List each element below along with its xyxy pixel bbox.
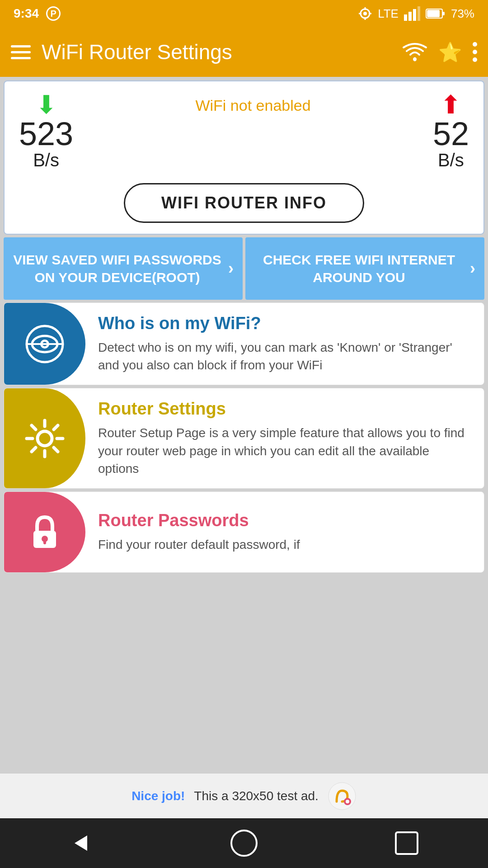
who-on-wifi-icon-area <box>4 303 85 385</box>
who-on-wifi-title: Who is on my WiFi? <box>98 314 471 333</box>
upload-unit: B/s <box>438 150 464 170</box>
recent-apps-button[interactable] <box>386 823 427 863</box>
router-passwords-card[interactable]: Router Passwords Find your router defaul… <box>4 491 484 573</box>
router-passwords-title: Router Passwords <box>98 511 471 530</box>
svg-point-31 <box>328 783 356 810</box>
svg-rect-8 <box>413 9 416 21</box>
view-saved-wifi-button[interactable]: VIEW SAVED WIFI PASSWORDS ON YOUR DEVICE… <box>4 237 243 300</box>
blue-buttons-row: VIEW SAVED WIFI PASSWORDS ON YOUR DEVICE… <box>4 237 484 300</box>
gps-icon <box>358 6 372 21</box>
parking-icon: P <box>46 6 61 21</box>
more-icon[interactable] <box>473 42 477 62</box>
svg-point-19 <box>38 431 52 446</box>
home-button[interactable] <box>224 823 264 863</box>
svg-line-24 <box>32 425 36 429</box>
svg-point-1 <box>363 12 367 15</box>
bottom-nav <box>0 818 488 868</box>
lock-icon <box>24 512 65 552</box>
svg-rect-6 <box>404 14 407 21</box>
status-left: 9:34 P <box>14 6 61 21</box>
ad-nice-job: Nice job! <box>131 789 185 803</box>
router-passwords-desc: Find your router default password, if <box>98 536 471 553</box>
svg-rect-9 <box>418 6 420 21</box>
upload-col: ⬆ 52 B/s <box>433 92 469 170</box>
svg-point-13 <box>413 57 417 61</box>
speed-row: ⬇ 523 B/s WiFi not enabled ⬆ 52 B/s <box>19 92 469 170</box>
svg-rect-11 <box>442 12 445 15</box>
router-settings-icon-area <box>4 388 85 488</box>
check-free-wifi-label: CHECK FREE WIFI INTERNET AROUND YOU <box>254 251 464 286</box>
ad-logo-icon <box>328 782 357 811</box>
download-arrow-icon: ⬇ <box>36 92 57 118</box>
router-settings-card[interactable]: Router Settings Router Setup Page is a v… <box>4 388 484 489</box>
back-button[interactable] <box>61 823 102 863</box>
who-on-wifi-text: Who is on my WiFi? Detect who is on my w… <box>85 303 484 385</box>
download-unit: B/s <box>33 150 59 170</box>
star-icon[interactable]: ⭐ <box>438 41 462 63</box>
svg-line-25 <box>54 448 58 452</box>
battery-icon <box>426 7 446 20</box>
upload-arrow-icon: ⬆ <box>440 92 461 118</box>
chevron-right-icon-1: › <box>228 258 234 279</box>
eye-icon <box>24 324 65 364</box>
speed-card: ⬇ 523 B/s WiFi not enabled ⬆ 52 B/s WIFI… <box>4 80 484 235</box>
gear-icon <box>24 418 65 459</box>
download-speed: 523 <box>19 118 73 150</box>
time-display: 9:34 <box>14 6 39 21</box>
upload-speed: 52 <box>433 118 469 150</box>
view-saved-wifi-label: VIEW SAVED WIFI PASSWORDS ON YOUR DEVICE… <box>13 251 222 286</box>
download-col: ⬇ 523 B/s <box>19 92 73 170</box>
svg-line-26 <box>54 425 58 429</box>
hamburger-icon[interactable] <box>11 45 31 59</box>
svg-marker-34 <box>75 835 87 851</box>
battery-level: 73% <box>451 7 474 21</box>
router-settings-title: Router Settings <box>98 399 471 419</box>
app-bar-title: WiFi Router Settings <box>42 40 391 64</box>
main-content: ⬇ 523 B/s WiFi not enabled ⬆ 52 B/s WIFI… <box>0 77 488 773</box>
svg-line-27 <box>32 448 36 452</box>
signal-icon <box>404 6 420 21</box>
status-bar: 9:34 P LTE 73% <box>0 0 488 27</box>
router-settings-desc: Router Setup Page is a very simple featu… <box>98 424 471 477</box>
ad-text: This a 320x50 test ad. <box>194 789 319 803</box>
svg-rect-12 <box>427 10 440 17</box>
who-on-wifi-desc: Detect who is on my wifi, you can mark a… <box>98 339 471 374</box>
svg-point-33 <box>346 800 349 803</box>
wifi-status-text: WiFi not enabled <box>73 92 433 114</box>
wifi-icon[interactable] <box>402 42 427 62</box>
router-passwords-icon-area <box>4 492 85 572</box>
status-right: LTE 73% <box>358 6 474 21</box>
router-settings-text: Router Settings Router Setup Page is a v… <box>85 388 484 488</box>
check-free-wifi-button[interactable]: CHECK FREE WIFI INTERNET AROUND YOU › <box>245 237 484 300</box>
router-passwords-text: Router Passwords Find your router defaul… <box>85 492 484 572</box>
router-info-button[interactable]: WIFI ROUTER INFO <box>124 183 364 223</box>
svg-rect-7 <box>408 12 412 21</box>
who-on-wifi-card[interactable]: Who is on my WiFi? Detect who is on my w… <box>4 302 484 385</box>
lte-label: LTE <box>378 7 399 21</box>
ad-banner: Nice job! This a 320x50 test ad. <box>0 773 488 818</box>
svg-rect-30 <box>43 539 46 544</box>
app-bar: WiFi Router Settings ⭐ <box>0 27 488 77</box>
chevron-right-icon-2: › <box>470 258 475 279</box>
